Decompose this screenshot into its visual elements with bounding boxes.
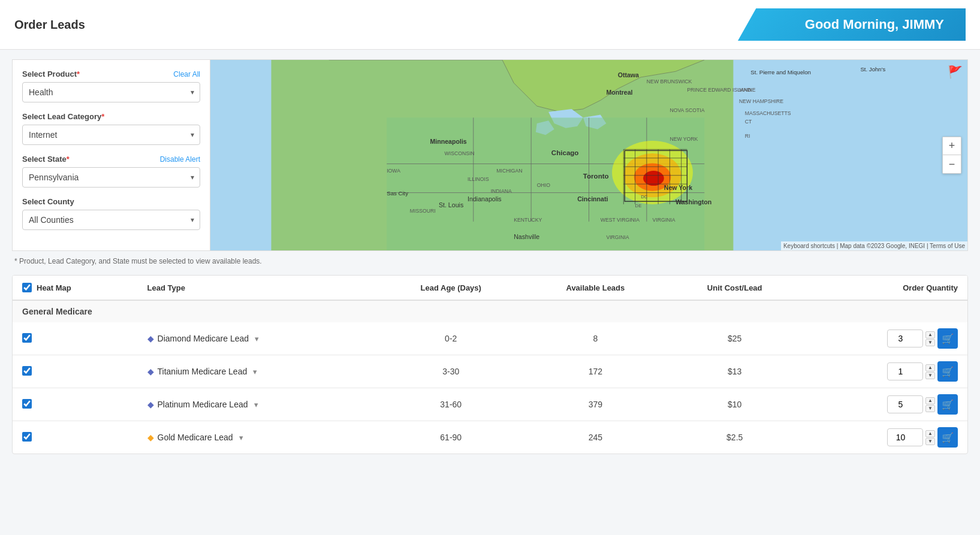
section-row: General Medicare [13,300,967,322]
available-leads-header: Available Leads [524,276,667,300]
svg-text:Indianapolis: Indianapolis [468,195,502,202]
product-group: Select Product* Clear All Health ▾ [22,69,200,102]
product-select[interactable]: Health [22,82,200,102]
zoom-in-button[interactable]: + [943,137,961,155]
diamond-icon: ◆ [147,367,154,376]
order-qty-cell-gold: ▲ ▼ 🛒 [803,421,967,454]
lead-type-dropdown-diamond[interactable]: ▾ [255,334,259,343]
svg-text:INDIANA: INDIANA [491,188,512,194]
clear-all-button[interactable]: Clear All [173,70,200,78]
svg-text:Montreal: Montreal [606,89,632,96]
greeting-banner: Good Morning, JIMMY [738,8,966,41]
county-select[interactable]: All Counties [22,210,200,230]
svg-text:Chicago: Chicago [551,149,579,156]
svg-text:ILLINOIS: ILLINOIS [468,176,489,182]
sidebar: Select Product* Clear All Health ▾ Selec… [12,59,210,251]
qty-input-diamond[interactable] [887,330,923,347]
row-checkbox-gold[interactable] [22,432,32,442]
product-select-wrapper: Health ▾ [22,82,200,102]
qty-down-titanium[interactable]: ▼ [925,372,935,379]
qty-up-gold[interactable]: ▲ [925,430,935,437]
qty-input-gold[interactable] [887,428,923,446]
row-checkbox-cell [13,421,138,454]
state-header: Select State* Disable Alert [22,155,200,164]
qty-up-platinum[interactable]: ▲ [925,397,935,404]
svg-text:NOVA SCOTIA: NOVA SCOTIA [670,107,704,113]
qty-down-diamond[interactable]: ▼ [925,339,935,346]
svg-text:NEW YORK: NEW YORK [670,136,698,142]
heatmap-checkbox[interactable] [22,283,32,292]
add-to-cart-diamond[interactable]: 🛒 [937,328,958,349]
svg-text:Sas City: Sas City [387,190,408,197]
order-qty-cell-platinum: ▲ ▼ 🛒 [803,388,967,421]
svg-text:Cincinnati: Cincinnati [577,195,608,202]
row-checkbox-cell [13,322,138,355]
svg-text:Ottawa: Ottawa [618,71,639,78]
row-checkbox-diamond[interactable] [22,333,32,343]
available-leads-cell-diamond: 8 [524,322,667,355]
leads-table-wrapper: Heat Map Lead Type Lead Age (Days) Avail… [12,275,968,454]
diamond-icon: ◆ [147,400,154,409]
zoom-out-button[interactable]: − [943,155,961,173]
order-qty-cell-titanium: ▲ ▼ 🛒 [803,355,967,388]
svg-text:IOWA: IOWA [387,168,400,174]
state-group: Select State* Disable Alert Pennsylvania… [22,155,200,188]
county-select-wrapper: All Counties ▾ [22,210,200,230]
svg-text:NEW BRUNSWICK: NEW BRUNSWICK [647,78,692,84]
lead-category-select-wrapper: Internet ▾ [22,125,200,145]
lead-type-label-gold: Gold Medicare Lead [158,433,233,442]
unit-cost-cell-gold: $2.5 [667,421,803,454]
svg-text:OHIO: OHIO [537,182,550,188]
table-row: ◆ Platinum Medicare Lead ▾ 31-60 379 $10… [13,388,967,421]
svg-text:CT: CT [745,119,752,125]
order-qty-cell-diamond: ▲ ▼ 🛒 [803,322,967,355]
state-select[interactable]: Pennsylvania [22,167,200,188]
svg-text:WISCONSIN: WISCONSIN [445,150,475,156]
lead-type-label-titanium: Titanium Medicare Lead [158,367,248,376]
svg-text:St. Louis: St. Louis [439,201,463,208]
main-content: Select Product* Clear All Health ▾ Selec… [0,50,980,464]
unit-cost-cell-diamond: $25 [667,322,803,355]
disable-alert-button[interactable]: Disable Alert [160,155,200,164]
map-attribution: Keyboard shortcuts | Map data ©2023 Goog… [781,241,967,250]
add-to-cart-titanium[interactable]: 🛒 [937,361,958,382]
lead-category-select[interactable]: Internet [22,125,200,145]
qty-input-platinum[interactable] [887,395,923,413]
qty-down-gold[interactable]: ▼ [925,438,935,445]
required-note: * Product, Lead Category, and State must… [12,257,968,265]
svg-text:DE: DE [635,203,642,208]
lead-type-dropdown-platinum[interactable]: ▾ [254,400,258,409]
lead-category-group: Select Lead Category* Internet ▾ [22,112,200,145]
add-to-cart-gold[interactable]: 🛒 [937,427,958,448]
table-row: ◆ Titanium Medicare Lead ▾ 3-30 172 $13 … [13,355,967,388]
qty-spinners-gold: ▲ ▼ [925,430,935,445]
qty-spinners-titanium: ▲ ▼ [925,364,935,379]
table-row: ◆ Diamond Medicare Lead ▾ 0-2 8 $25 ▲ ▼ … [13,322,967,355]
lead-type-dropdown-titanium[interactable]: ▾ [253,367,257,376]
page-header: Order Leads Good Morning, JIMMY [0,0,980,50]
lead-type-cell-gold: ◆ Gold Medicare Lead ▾ [138,421,378,454]
svg-text:RI: RI [745,133,750,139]
lead-type-dropdown-gold[interactable]: ▾ [239,433,243,442]
qty-up-titanium[interactable]: ▲ [925,364,935,371]
row-checkbox-titanium[interactable] [22,366,32,376]
qty-input-titanium[interactable] [887,362,923,380]
svg-text:Minneapolis: Minneapolis [430,138,467,145]
row-checkbox-platinum[interactable] [22,399,32,409]
add-to-cart-platinum[interactable]: 🛒 [937,394,958,415]
gold-icon: ◆ [147,433,154,442]
product-header: Select Product* Clear All [22,69,200,78]
lead-age-header: Lead Age (Days) [378,276,524,300]
svg-point-11 [643,171,664,186]
unit-cost-cell-titanium: $13 [667,355,803,388]
qty-spinners-platinum: ▲ ▼ [925,397,935,412]
qty-up-diamond[interactable]: ▲ [925,331,935,338]
map-svg: Minneapolis WISCONSIN IOWA MICHIGAN INDI… [210,60,967,250]
svg-text:St. Pierre and Miquelon: St. Pierre and Miquelon [750,69,811,75]
svg-text:Toronto: Toronto [583,173,609,180]
svg-text:MICHIGAN: MICHIGAN [496,168,522,174]
svg-text:St. John's: St. John's [860,66,885,72]
unit-cost-header: Unit Cost/Lead [667,276,803,300]
qty-down-platinum[interactable]: ▼ [925,405,935,412]
diamond-icon: ◆ [147,334,154,343]
